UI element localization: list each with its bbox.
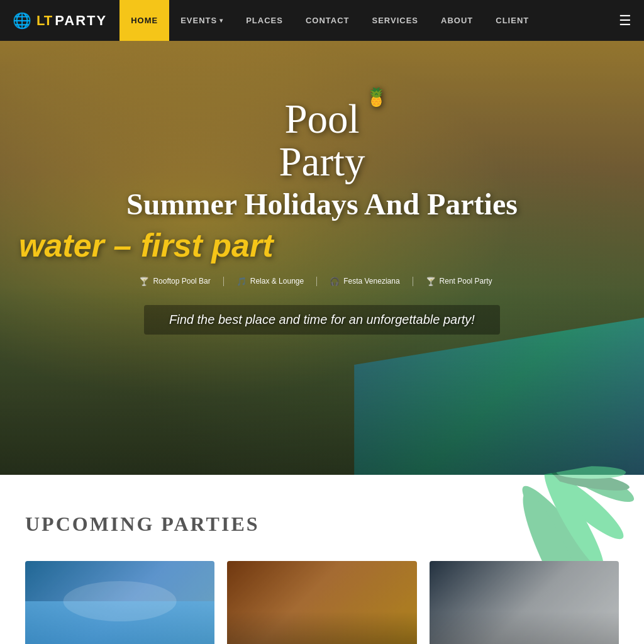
- upcoming-section: UPCOMING PARTIES: [0, 475, 644, 644]
- pool-party-text: Pool Party 🍍: [279, 97, 365, 184]
- hamburger-icon[interactable]: ☰: [606, 13, 644, 29]
- cocktail2-icon: 🍸: [426, 277, 436, 286]
- nav-about[interactable]: ABOUT: [430, 0, 484, 41]
- venue-rooftop: 🍸 Rooftop Pool Bar: [139, 277, 223, 286]
- venue-rent: 🍸 Rent Pool Party: [413, 277, 505, 286]
- hero-pool-line2: Party: [279, 139, 365, 184]
- hero-subtitle: water – first part: [0, 226, 274, 264]
- hero-pool-line1: Pool: [284, 96, 359, 142]
- party-cards: [25, 561, 619, 644]
- upcoming-title: UPCOMING PARTIES: [25, 513, 619, 536]
- cocktail-icon: 🍸: [139, 277, 149, 286]
- headphones-icon: 🎧: [330, 277, 340, 286]
- nav-links: HOME EVENTS ▾ PLACES CONTACT SERVICES AB…: [119, 0, 606, 41]
- party-card-3[interactable]: [430, 561, 619, 644]
- music-icon: 🎵: [236, 277, 247, 286]
- nav-events[interactable]: EVENTS ▾: [169, 0, 235, 41]
- chevron-down-icon: ▾: [219, 17, 223, 24]
- brand-lt: LT: [36, 13, 52, 29]
- hero-content: Pool Party 🍍 Summer Holidays And Parties…: [0, 41, 644, 335]
- venue-row: 🍸 Rooftop Pool Bar 🎵 Relax & Lounge 🎧 Fe…: [126, 277, 517, 286]
- hero-title: Summer Holidays And Parties: [126, 187, 518, 221]
- hero-find-text: Find the best place and time for an unfo…: [144, 305, 500, 335]
- nav-contact[interactable]: CONTACT: [294, 0, 361, 41]
- venue-festa: 🎧 Festa Veneziana: [317, 277, 413, 286]
- brand-name: PARTY: [55, 13, 107, 29]
- party-card-1[interactable]: [25, 561, 214, 644]
- brand-logo[interactable]: 🌐 LT PARTY: [0, 12, 119, 30]
- nav-services[interactable]: SERVICES: [361, 0, 430, 41]
- nav-places[interactable]: PLACES: [235, 0, 294, 41]
- nav-home[interactable]: HOME: [119, 0, 169, 41]
- venue-relax: 🎵 Relax & Lounge: [224, 277, 317, 286]
- brand-icon: 🌐: [13, 12, 31, 30]
- hero-section: Pool Party 🍍 Summer Holidays And Parties…: [0, 41, 644, 475]
- nav-client[interactable]: CLIENT: [484, 0, 540, 41]
- navbar: 🌐 LT PARTY HOME EVENTS ▾ PLACES CONTACT …: [0, 0, 644, 41]
- party-card-2[interactable]: [227, 561, 416, 644]
- pineapple-icon: 🍍: [365, 88, 387, 106]
